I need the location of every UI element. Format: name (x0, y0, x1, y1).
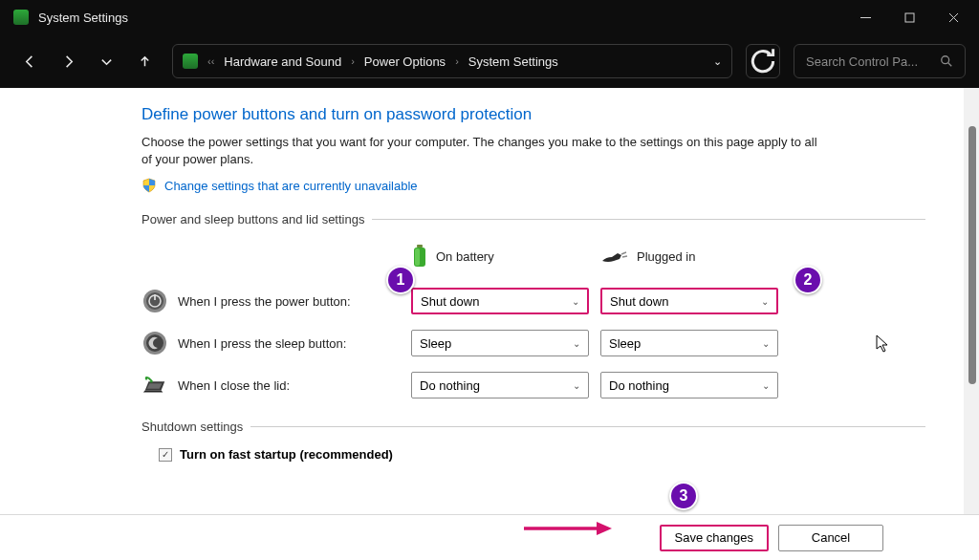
annotation-badge-1: 1 (386, 266, 415, 294)
navbar: ‹‹ Hardware and Sound › Power Options › … (0, 34, 979, 88)
chevron-right-icon: › (351, 55, 355, 67)
sleep-button-plugged-select[interactable]: Sleep ⌄ (600, 330, 778, 356)
fast-startup-label: Turn on fast startup (recommended) (180, 447, 393, 462)
app-icon (13, 10, 29, 25)
breadcrumb-item[interactable]: Hardware and Sound (224, 54, 341, 69)
scrollbar-track[interactable] (964, 88, 979, 514)
minimize-button[interactable] (843, 0, 887, 34)
fast-startup-row: ✓ Turn on fast startup (recommended) (159, 447, 925, 462)
chevron-down-icon: ⌄ (762, 380, 770, 391)
cancel-button[interactable]: Cancel (778, 525, 883, 551)
chevron-down-icon: ⌄ (762, 338, 770, 349)
annotation-badge-3: 3 (669, 482, 698, 510)
breadcrumb-item[interactable]: Power Options (364, 54, 446, 69)
row-sleep-button: When I press the sleep button: (141, 330, 411, 356)
svg-rect-8 (415, 248, 420, 266)
svg-rect-6 (417, 245, 423, 248)
annotation-badge-2: 2 (794, 266, 822, 294)
forward-button[interactable] (52, 45, 84, 77)
fast-startup-checkbox[interactable]: ✓ (159, 448, 172, 462)
laptop-lid-icon (141, 372, 168, 398)
chevron-down-icon: ⌄ (573, 380, 580, 391)
footer: Save changes Cancel (0, 514, 979, 560)
chevron-icon: ‹‹ (207, 55, 214, 67)
chevron-down-icon: ⌄ (572, 296, 579, 307)
chevron-down-icon[interactable]: ⌄ (713, 55, 722, 68)
scrollbar-thumb[interactable] (968, 126, 976, 384)
breadcrumb-item[interactable]: System Settings (468, 54, 558, 69)
settings-grid: On battery Plugged in When I press the p… (141, 240, 925, 398)
up-button[interactable] (128, 45, 161, 77)
column-battery: On battery (411, 240, 600, 272)
column-plugged: Plugged in (600, 240, 790, 272)
content: Define power buttons and turn on passwor… (0, 88, 964, 514)
lid-plugged-select[interactable]: Do nothing ⌄ (600, 372, 778, 398)
svg-point-4 (942, 56, 949, 64)
shield-icon (141, 178, 157, 193)
group-shutdown-settings: Shutdown settings (141, 420, 925, 434)
admin-change-link[interactable]: Change settings that are currently unava… (164, 179, 418, 193)
titlebar: System Settings (0, 0, 979, 34)
row-power-button: When I press the power button: (141, 288, 411, 314)
power-button-plugged-select[interactable]: Shut down ⌄ (600, 288, 778, 314)
row-close-lid: When I close the lid: (141, 372, 411, 398)
history-dropdown[interactable] (90, 45, 122, 77)
save-changes-button[interactable]: Save changes (660, 525, 769, 551)
plug-icon (600, 248, 629, 265)
lid-battery-select[interactable]: Do nothing ⌄ (411, 372, 589, 398)
power-icon (141, 288, 168, 314)
group-power-sleep: Power and sleep buttons and lid settings (141, 212, 925, 226)
svg-line-10 (622, 256, 627, 257)
annotation-arrow (522, 520, 614, 537)
breadcrumb[interactable]: ‹‹ Hardware and Sound › Power Options › … (172, 44, 732, 78)
page-title: Define power buttons and turn on passwor… (141, 105, 925, 124)
search-icon (940, 54, 953, 68)
search-placeholder: Search Control Pa... (806, 54, 932, 69)
page-description: Choose the power settings that you want … (141, 134, 830, 168)
chevron-down-icon: ⌄ (573, 338, 580, 349)
control-panel-icon (183, 54, 198, 69)
back-button[interactable] (13, 45, 46, 77)
sleep-button-battery-select[interactable]: Sleep ⌄ (411, 330, 589, 356)
power-button-battery-select[interactable]: Shut down ⌄ (411, 288, 589, 314)
svg-line-5 (948, 63, 952, 67)
battery-icon (411, 244, 428, 269)
mouse-cursor-icon (876, 334, 891, 354)
window-title: System Settings (38, 11, 128, 25)
admin-link-row: Change settings that are currently unava… (141, 178, 925, 193)
svg-rect-1 (905, 13, 914, 22)
close-button[interactable] (931, 0, 975, 34)
refresh-button[interactable] (746, 44, 780, 78)
svg-line-9 (621, 252, 626, 254)
search-input[interactable]: Search Control Pa... (794, 44, 966, 78)
sleep-icon (141, 330, 168, 356)
chevron-down-icon: ⌄ (761, 296, 769, 307)
maximize-button[interactable] (887, 0, 931, 34)
chevron-right-icon: › (455, 55, 459, 67)
